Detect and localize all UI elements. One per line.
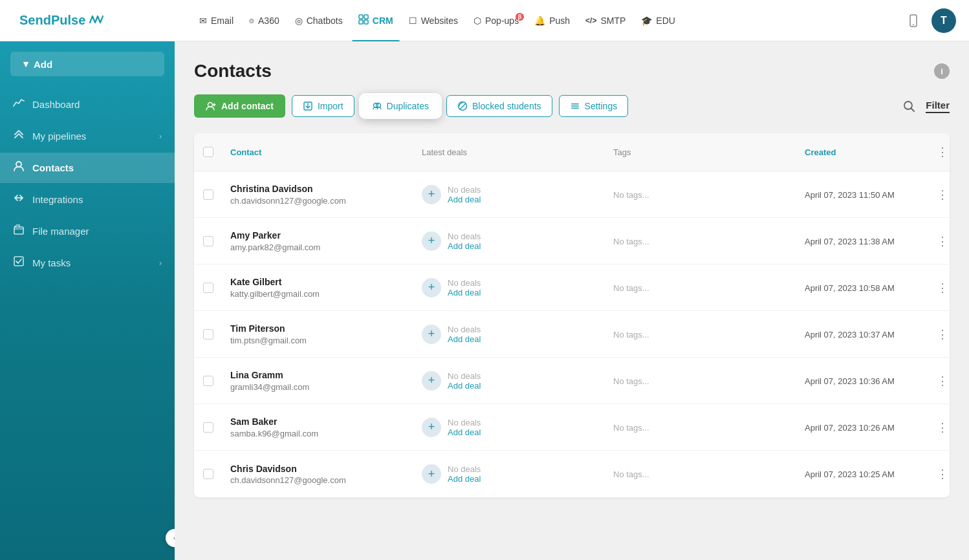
row-checkbox[interactable] xyxy=(203,189,213,200)
row-more-button[interactable]: ⋮ xyxy=(934,232,950,251)
info-icon-button[interactable]: i xyxy=(934,63,950,79)
import-button[interactable]: Import xyxy=(292,95,354,117)
sidebar-item-pipelines[interactable]: My pipelines › xyxy=(0,121,175,151)
row-more-button[interactable]: ⋮ xyxy=(934,278,950,297)
no-tags: No tags... xyxy=(613,190,649,200)
tags-cell: No tags... xyxy=(605,230,797,253)
blocked-students-label: Blocked students xyxy=(472,101,541,111)
nav-item-chatbots[interactable]: ◎ Chatbots xyxy=(289,12,349,30)
table-row: Tim Piterson tim.ptsn@gmail.com + No dea… xyxy=(194,311,950,358)
add-deal-button[interactable]: + xyxy=(422,464,441,484)
chatbots-icon: ◎ xyxy=(295,16,303,26)
duplicates-button[interactable]: Duplicates xyxy=(361,95,440,117)
nav-item-smtp[interactable]: </> SMTP xyxy=(579,12,632,30)
row-more-button[interactable]: ⋮ xyxy=(934,418,950,437)
add-deal-link[interactable]: Add deal xyxy=(448,474,481,484)
add-button[interactable]: ▾ Add xyxy=(10,52,164,76)
file-manager-icon xyxy=(13,224,25,239)
filter-button[interactable]: Filter xyxy=(926,100,950,113)
add-deal-link[interactable]: Add deal xyxy=(448,241,481,251)
row-checkbox[interactable] xyxy=(203,469,213,479)
push-icon: 🔔 xyxy=(534,16,545,26)
blocked-students-button[interactable]: Blocked students xyxy=(446,95,552,117)
row-checkbox[interactable] xyxy=(203,376,213,386)
add-deal-link[interactable]: Add deal xyxy=(448,381,481,391)
row-more-button[interactable]: ⋮ xyxy=(934,185,950,204)
nav-item-websites[interactable]: ☐ Websites xyxy=(402,12,464,30)
nav-item-push[interactable]: 🔔 Push xyxy=(528,12,576,30)
add-deal-link[interactable]: Add deal xyxy=(448,195,481,204)
add-contact-button[interactable]: Add contact xyxy=(194,94,285,118)
deal-cell: + No deals Add deal xyxy=(414,225,605,257)
add-deal-button[interactable]: + xyxy=(422,418,441,437)
contact-name[interactable]: Christina Davidson xyxy=(230,183,406,196)
sidebar-item-file-manager[interactable]: File manager xyxy=(0,216,175,246)
nav-item-crm[interactable]: CRM xyxy=(352,10,400,30)
row-checkbox[interactable] xyxy=(203,329,213,339)
row-checkbox[interactable] xyxy=(203,422,213,433)
logo-wave-icon xyxy=(89,12,103,29)
nav-item-a360[interactable]: ⌾ A360 xyxy=(243,12,286,30)
contact-name[interactable]: Tim Piterson xyxy=(230,323,406,336)
sidebar-item-integrations[interactable]: Integrations xyxy=(0,184,175,215)
sidebar-dashboard-label: Dashboard xyxy=(32,99,80,110)
header-more-button[interactable]: ⋮ xyxy=(934,142,950,162)
row-checkbox-cell xyxy=(194,276,223,299)
created-cell: April 07, 2023 11:38 AM xyxy=(797,230,926,253)
sidebar-item-dashboard[interactable]: Dashboard xyxy=(0,89,175,120)
svg-rect-0 xyxy=(359,15,363,19)
sidebar: ▾ Add Dashboard My pipelines xyxy=(0,41,175,560)
add-deal-link[interactable]: Add deal xyxy=(448,427,481,437)
tasks-chevron-icon: › xyxy=(159,259,162,268)
header-contact[interactable]: Contact xyxy=(223,145,414,160)
contact-name[interactable]: Amy Parker xyxy=(230,230,406,242)
logo[interactable]: SendPulse xyxy=(19,12,103,29)
add-deal-button[interactable]: + xyxy=(422,185,441,204)
popups-icon: ⬡ xyxy=(474,16,481,26)
contact-email: samba.k96@gmail.com xyxy=(230,429,406,438)
row-more-button[interactable]: ⋮ xyxy=(934,325,950,344)
no-tags: No tags... xyxy=(613,237,649,246)
add-deal-button[interactable]: + xyxy=(422,371,441,391)
tags-cell: No tags... xyxy=(605,416,797,439)
row-checkbox[interactable] xyxy=(203,283,213,293)
nav-item-email[interactable]: ✉ Email xyxy=(193,12,240,30)
deal-cell: + No deals Add deal xyxy=(414,318,605,350)
add-deal-button[interactable]: + xyxy=(422,232,441,251)
nav-item-edu[interactable]: 🎓 EDU xyxy=(635,12,682,30)
nav-chatbots-label: Chatbots xyxy=(307,16,343,26)
select-all-checkbox[interactable] xyxy=(203,147,213,157)
nav-item-popups[interactable]: ⬡ Pop-ups β xyxy=(467,12,525,30)
contact-name[interactable]: Kate Gilbert xyxy=(230,276,406,289)
header-created[interactable]: Created xyxy=(797,145,926,160)
table-row: Sam Baker samba.k96@gmail.com + No deals… xyxy=(194,404,950,451)
row-actions-cell: ⋮ xyxy=(926,178,950,211)
table-row: Amy Parker amy.park82@gmail.com + No dea… xyxy=(194,218,950,264)
mobile-icon-button[interactable] xyxy=(903,10,924,31)
row-checkbox[interactable] xyxy=(203,236,213,246)
add-deal-button[interactable]: + xyxy=(422,325,441,344)
add-deal-button[interactable]: + xyxy=(422,278,441,297)
row-more-button[interactable]: ⋮ xyxy=(934,371,950,391)
add-deal-link[interactable]: Add deal xyxy=(448,334,481,344)
no-tags: No tags... xyxy=(613,330,649,339)
contact-cell: Amy Parker amy.park82@gmail.com xyxy=(223,223,414,259)
tags-cell: No tags... xyxy=(605,462,797,486)
contact-name[interactable]: Chris Davidson xyxy=(230,463,406,476)
contact-name[interactable]: Lina Gramm xyxy=(230,369,406,382)
add-deal-link[interactable]: Add deal xyxy=(448,288,481,297)
settings-button[interactable]: Settings xyxy=(559,95,629,117)
add-contact-label: Add contact xyxy=(221,101,274,111)
deal-info: No deals Add deal xyxy=(448,418,481,437)
row-checkbox-cell xyxy=(194,183,223,206)
contact-name[interactable]: Sam Baker xyxy=(230,416,406,429)
created-cell: April 07, 2023 11:50 AM xyxy=(797,183,926,206)
search-button[interactable] xyxy=(898,96,919,116)
deal-info: No deals Add deal xyxy=(448,278,481,297)
sidebar-item-contacts[interactable]: Contacts xyxy=(0,153,175,183)
sidebar-item-my-tasks[interactable]: My tasks › xyxy=(0,248,175,278)
user-avatar[interactable]: T xyxy=(931,8,956,33)
main-layout: ▾ Add Dashboard My pipelines xyxy=(0,41,969,560)
a360-icon: ⌾ xyxy=(249,16,254,25)
row-more-button[interactable]: ⋮ xyxy=(934,464,950,484)
